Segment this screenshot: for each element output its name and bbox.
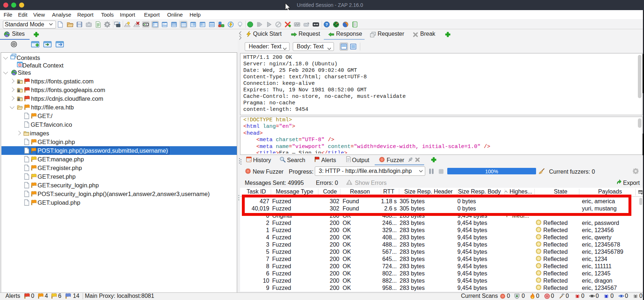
svg-text:T.: T.	[145, 23, 147, 26]
svg-text:?: ?	[326, 22, 328, 27]
